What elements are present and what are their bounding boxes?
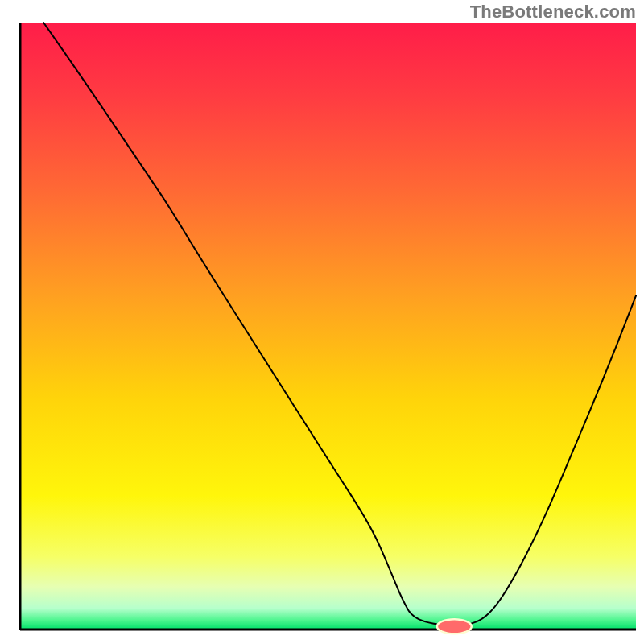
plot-background <box>20 23 636 630</box>
bottleneck-chart <box>0 0 644 644</box>
optimal-point-marker <box>437 619 472 634</box>
chart-container: TheBottleneck.com <box>0 0 644 644</box>
